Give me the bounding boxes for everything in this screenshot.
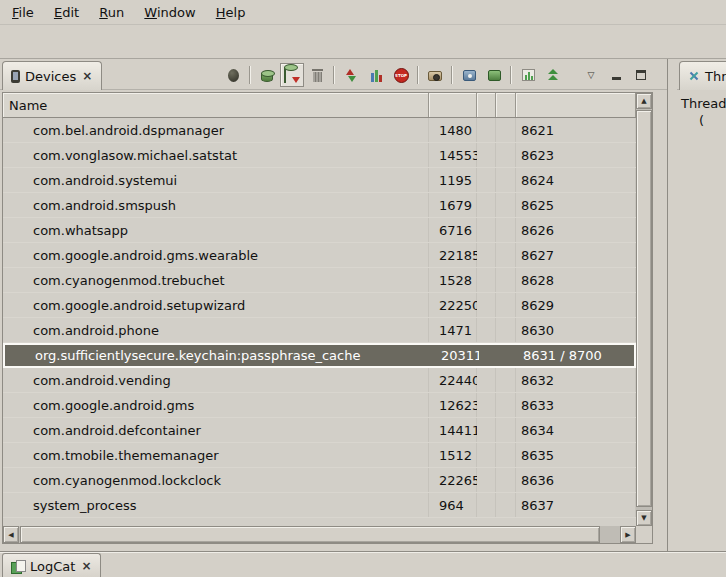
table-row[interactable]: com.android.smspush 1679 8625 bbox=[3, 193, 636, 218]
table-row[interactable]: org.sufficientlysecure.keychain:passphra… bbox=[3, 343, 636, 368]
screen-capture-icon[interactable] bbox=[423, 63, 447, 87]
minimize-icon[interactable] bbox=[604, 63, 628, 87]
process-name: com.google.android.gms bbox=[3, 393, 429, 417]
process-port: 8634 bbox=[516, 418, 636, 442]
scroll-left-icon[interactable]: ◀ bbox=[3, 526, 19, 543]
toolbar-separator bbox=[249, 66, 251, 84]
process-spacer1 bbox=[477, 393, 496, 417]
table-row[interactable]: com.android.systemui 1195 8624 bbox=[3, 168, 636, 193]
table-row[interactable]: com.android.defcontainer 14411 8634 bbox=[3, 418, 636, 443]
stop-process-icon[interactable]: STOP bbox=[389, 63, 413, 87]
process-port: 8621 bbox=[516, 118, 636, 142]
update-threads-icon[interactable] bbox=[339, 63, 363, 87]
process-name: com.google.android.setupwizard bbox=[3, 293, 429, 317]
dump-hprof-icon[interactable] bbox=[280, 63, 304, 87]
column-header-spacer1[interactable] bbox=[477, 93, 496, 117]
process-spacer1 bbox=[477, 443, 496, 467]
process-pid: 6716 bbox=[429, 218, 477, 242]
process-name: com.cyanogenmod.lockclock bbox=[3, 468, 429, 492]
tab-threads[interactable]: Threa bbox=[679, 61, 726, 90]
column-header-spacer2[interactable] bbox=[496, 93, 516, 117]
process-spacer2 bbox=[496, 368, 516, 392]
table-row[interactable]: com.google.android.setupwizard 22250 862… bbox=[3, 293, 636, 318]
menu-item[interactable]: Help bbox=[208, 2, 254, 23]
opengl-trace-icon[interactable] bbox=[482, 63, 506, 87]
process-spacer2 bbox=[496, 243, 516, 267]
debug-icon[interactable] bbox=[221, 63, 245, 87]
menu-item[interactable]: Run bbox=[91, 2, 132, 23]
process-spacer2 bbox=[496, 193, 516, 217]
scroll-up-icon[interactable]: ▲ bbox=[636, 93, 652, 109]
process-spacer1 bbox=[477, 118, 496, 142]
process-pid: 22250 bbox=[429, 293, 477, 317]
table-row[interactable]: com.cyanogenmod.trebuchet 1528 8628 bbox=[3, 268, 636, 293]
process-port: 8636 bbox=[516, 468, 636, 492]
devices-tabbar: Devices × STOP bbox=[0, 59, 667, 90]
threads-icon bbox=[688, 70, 700, 82]
toolbar-separator bbox=[333, 66, 335, 84]
table-row[interactable]: com.bel.android.dspmanager 1480 8621 bbox=[3, 118, 636, 143]
horizontal-scrollbar-thumb[interactable] bbox=[20, 526, 600, 543]
table-row[interactable]: com.google.android.gms 12623 8633 bbox=[3, 393, 636, 418]
process-spacer2 bbox=[496, 443, 516, 467]
horizontal-scrollbar[interactable]: ◀ ▶ bbox=[3, 526, 636, 543]
maximize-icon[interactable] bbox=[629, 63, 653, 87]
column-header-port[interactable] bbox=[516, 93, 636, 117]
systrace-icon[interactable] bbox=[516, 63, 540, 87]
process-pid: 22440 bbox=[429, 368, 477, 392]
process-pid: 20311 bbox=[431, 345, 479, 366]
close-icon[interactable]: × bbox=[81, 69, 93, 83]
tab-devices-label: Devices bbox=[25, 69, 76, 84]
process-pid: 22185 bbox=[429, 243, 477, 267]
menu-item[interactable]: Edit bbox=[46, 2, 87, 23]
process-spacer2 bbox=[496, 393, 516, 417]
start-method-profiling-icon[interactable] bbox=[364, 63, 388, 87]
scroll-down-icon[interactable]: ▼ bbox=[636, 510, 652, 526]
table-row[interactable]: com.tmobile.thememanager 1512 8635 bbox=[3, 443, 636, 468]
toolbar-separator bbox=[417, 66, 419, 84]
process-spacer1 bbox=[477, 243, 496, 267]
process-spacer2 bbox=[498, 345, 518, 366]
menu-item[interactable]: Window bbox=[136, 2, 203, 23]
table-row[interactable]: com.google.android.gms.wearable 22185 86… bbox=[3, 243, 636, 268]
update-heap-icon[interactable] bbox=[255, 63, 279, 87]
reset-adb-icon[interactable] bbox=[541, 63, 565, 87]
process-pid: 12623 bbox=[429, 393, 477, 417]
main-toolbar bbox=[0, 25, 726, 59]
tab-devices[interactable]: Devices × bbox=[2, 61, 102, 90]
column-header-name[interactable]: Name bbox=[3, 93, 429, 117]
process-port: 8630 bbox=[516, 318, 636, 342]
table-row[interactable]: com.vonglasow.michael.satstat 14553 8623 bbox=[3, 143, 636, 168]
table-row[interactable]: com.whatsapp 6716 8626 bbox=[3, 218, 636, 243]
process-spacer2 bbox=[496, 118, 516, 142]
process-spacer2 bbox=[496, 293, 516, 317]
scroll-right-icon[interactable]: ▶ bbox=[620, 526, 636, 543]
process-spacer1 bbox=[477, 468, 496, 492]
close-icon[interactable]: × bbox=[80, 559, 92, 573]
devices-toolbar: STOP ▽ bbox=[221, 62, 653, 88]
process-spacer1 bbox=[477, 368, 496, 392]
table-row[interactable]: com.android.vending 22440 8632 bbox=[3, 368, 636, 393]
process-spacer1 bbox=[477, 193, 496, 217]
tab-logcat[interactable]: LogCat × bbox=[2, 553, 101, 577]
table-row[interactable]: system_process 964 8637 bbox=[3, 493, 636, 518]
vertical-scrollbar[interactable]: ▲ ▼ bbox=[636, 93, 652, 526]
process-pid: 1512 bbox=[429, 443, 477, 467]
scrollbar-corner bbox=[636, 526, 652, 543]
threads-tabbar: Threa bbox=[677, 59, 726, 90]
cause-gc-icon[interactable] bbox=[305, 63, 329, 87]
column-header-pid[interactable] bbox=[429, 93, 477, 117]
menu-item[interactable]: File bbox=[4, 2, 42, 23]
workbench: Devices × STOP bbox=[0, 59, 726, 551]
process-port: 8635 bbox=[516, 443, 636, 467]
process-spacer1 bbox=[477, 293, 496, 317]
screen-record-icon[interactable] bbox=[457, 63, 481, 87]
view-menu-icon[interactable]: ▽ bbox=[579, 63, 603, 87]
table-row[interactable]: com.android.phone 1471 8630 bbox=[3, 318, 636, 343]
process-spacer1 bbox=[477, 268, 496, 292]
bottom-bar: LogCat × bbox=[0, 551, 726, 577]
process-port: 8626 bbox=[516, 218, 636, 242]
process-pid: 14553 bbox=[429, 143, 477, 167]
vertical-scrollbar-thumb[interactable] bbox=[636, 110, 652, 507]
table-row[interactable]: com.cyanogenmod.lockclock 22265 8636 bbox=[3, 468, 636, 493]
